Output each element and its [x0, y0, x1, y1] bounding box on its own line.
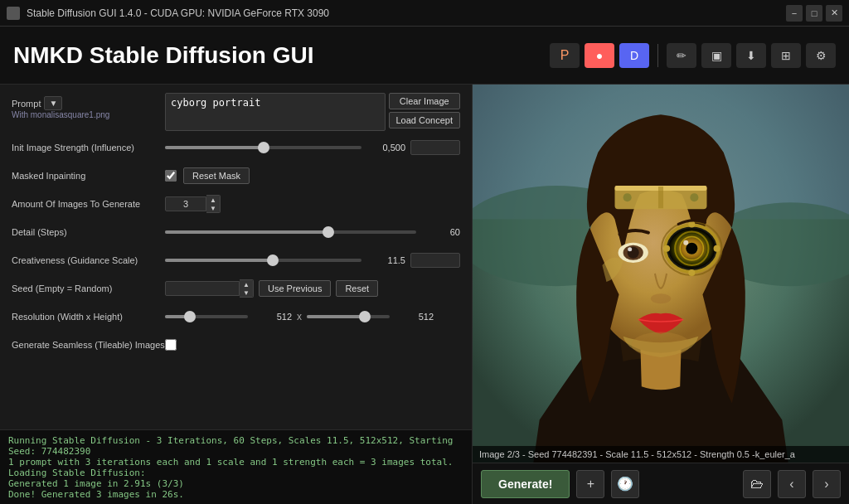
- clear-image-button[interactable]: Clear Image: [389, 93, 461, 109]
- creativeness-thumb[interactable]: [267, 254, 279, 266]
- prompt-sub-label: With monalisasquare1.png: [12, 110, 165, 119]
- init-strength-thumb[interactable]: [258, 142, 269, 153]
- separator: [657, 44, 658, 67]
- settings-icon: ⚙: [816, 49, 827, 62]
- prompt-label-with-arrow: Prompt ▼: [12, 96, 165, 110]
- init-strength-fill: [165, 146, 264, 149]
- header-icons: P ● D ✏ ▣ ⬇ ⊞ ⚙: [550, 43, 836, 68]
- seed-spinner: ▲ ▼: [165, 279, 254, 298]
- terminal-icon: ▣: [711, 49, 722, 62]
- resolution-h-slider[interactable]: [307, 315, 390, 318]
- app-icon: [7, 7, 20, 20]
- svg-point-19: [683, 240, 688, 245]
- close-button[interactable]: ✕: [826, 5, 842, 22]
- amount-input[interactable]: [165, 196, 206, 211]
- log-line-1: Running Stable Diffusion - 3 Iterations,…: [8, 435, 463, 457]
- amount-row: Amount Of Images To Generate ▲ ▼: [12, 192, 460, 216]
- folder-button[interactable]: 🗁: [743, 470, 771, 498]
- prompt-input[interactable]: cyborg portrait: [165, 93, 386, 131]
- reset-seed-button[interactable]: Reset: [336, 280, 378, 297]
- history-button[interactable]: 🕐: [611, 470, 639, 498]
- add-image-button[interactable]: +: [576, 470, 604, 498]
- patreon-button[interactable]: P: [550, 43, 580, 68]
- reset-mask-button[interactable]: Reset Mask: [183, 167, 250, 184]
- generated-image: [473, 85, 849, 463]
- detail-thumb[interactable]: [323, 226, 334, 238]
- seed-row: Seed (Empty = Random) ▲ ▼ Use Previous R…: [12, 277, 460, 300]
- paintbrush-button[interactable]: ✏: [667, 43, 696, 68]
- main-content: Prompt ▼ With monalisasquare1.png cyborg…: [0, 85, 849, 504]
- settings-button[interactable]: ⚙: [806, 43, 836, 68]
- creativeness-input[interactable]: [410, 253, 460, 268]
- use-previous-button[interactable]: Use Previous: [259, 280, 331, 297]
- seamless-row: Generate Seamless (Tileable) Images: [12, 333, 460, 356]
- left-panel: Prompt ▼ With monalisasquare1.png cyborg…: [0, 85, 473, 504]
- amount-up-button[interactable]: ▲: [206, 196, 220, 204]
- terminal-button[interactable]: ▣: [701, 43, 731, 68]
- bottom-bar: Generate! + 🕐 🗁 ‹ ›: [473, 463, 849, 504]
- app-header: NMKD Stable Diffusion GUI P ● D ✏ ▣ ⬇ ⊞ …: [0, 27, 849, 85]
- masked-inpainting-label: Masked Inpainting: [12, 171, 165, 181]
- init-strength-input[interactable]: [410, 140, 460, 155]
- prompt-label-block: Prompt ▼ With monalisasquare1.png: [12, 93, 165, 119]
- next-image-button[interactable]: ›: [813, 470, 841, 498]
- init-strength-value: 0,500: [368, 143, 405, 153]
- window-title: Stable Diffusion GUI 1.4.0 - CUDA GPU: N…: [27, 7, 786, 19]
- resolution-h-thumb[interactable]: [359, 311, 371, 322]
- resolution-w-slider[interactable]: [165, 315, 248, 318]
- discord-icon: D: [630, 49, 638, 62]
- download-button[interactable]: ⬇: [736, 43, 766, 68]
- detail-fill: [165, 230, 328, 234]
- load-concept-button[interactable]: Load Concept: [389, 112, 461, 128]
- seed-up-button[interactable]: ▲: [240, 280, 253, 288]
- log-line-3: Loading Stable Diffusion:: [8, 468, 463, 478]
- generate-button[interactable]: Generate!: [481, 470, 570, 498]
- masked-inpainting-row: Masked Inpainting Reset Mask: [12, 164, 460, 187]
- svg-point-23: [714, 245, 720, 252]
- paintbrush-icon: ✏: [677, 49, 686, 62]
- maximize-button[interactable]: □: [806, 5, 822, 22]
- seamless-checkbox[interactable]: [165, 339, 177, 351]
- log-line-4: Generated 1 image in 2.91s (3/3): [8, 478, 463, 489]
- creativeness-value: 11.5: [368, 255, 405, 265]
- creativeness-slider[interactable]: [165, 259, 361, 262]
- history-icon: 🕐: [617, 476, 633, 492]
- grid-button[interactable]: ⊞: [771, 43, 801, 68]
- seed-label: Seed (Empty = Random): [12, 284, 165, 293]
- masked-inpainting-checkbox[interactable]: [165, 170, 177, 182]
- right-panel: Image 2/3 - Seed 774482391 - Scale 11.5 …: [473, 85, 849, 504]
- discord-button[interactable]: D: [619, 43, 649, 68]
- kofi-button[interactable]: ●: [585, 43, 614, 68]
- svg-point-8: [690, 193, 698, 201]
- kofi-icon: ●: [596, 49, 603, 62]
- creativeness-label: Creativeness (Guidance Scale): [12, 255, 165, 265]
- prompt-label: Prompt: [12, 99, 41, 109]
- resolution-w-thumb[interactable]: [184, 311, 196, 322]
- seed-input[interactable]: [165, 281, 240, 296]
- resolution-x-label: x: [297, 311, 302, 322]
- svg-point-26: [651, 293, 671, 303]
- detail-slider[interactable]: [165, 230, 416, 234]
- image-status: Image 2/3 - Seed 774482391 - Scale 11.5 …: [473, 446, 849, 463]
- prompt-area-block: cyborg portrait Clear Image Load Concept: [165, 93, 460, 131]
- resolution-label: Resolution (Width x Height): [12, 312, 165, 322]
- seed-down-button[interactable]: ▼: [240, 288, 253, 297]
- folder-icon: 🗁: [750, 477, 764, 492]
- download-icon: ⬇: [746, 49, 756, 62]
- creativeness-row: Creativeness (Guidance Scale) 11.5: [12, 249, 460, 272]
- minimize-button[interactable]: −: [786, 5, 803, 22]
- controls-area: Prompt ▼ With monalisasquare1.png cyborg…: [0, 85, 472, 429]
- svg-rect-9: [658, 187, 663, 208]
- log-line-5: Done! Generated 3 images in 26s.: [8, 489, 463, 500]
- init-strength-slider[interactable]: [165, 146, 361, 149]
- resolution-h-value: 512: [396, 312, 434, 322]
- log-line-2: 1 prompt with 3 iterations each and 1 sc…: [8, 457, 463, 468]
- amount-spin-buttons: ▲ ▼: [206, 195, 221, 213]
- seed-spin-buttons: ▲ ▼: [240, 279, 254, 298]
- add-icon: +: [587, 477, 594, 492]
- next-icon: ›: [824, 477, 828, 492]
- prompt-expand-button[interactable]: ▼: [44, 96, 62, 110]
- prev-image-button[interactable]: ‹: [778, 470, 806, 498]
- resolution-w-value: 512: [255, 312, 292, 322]
- amount-down-button[interactable]: ▼: [206, 204, 220, 212]
